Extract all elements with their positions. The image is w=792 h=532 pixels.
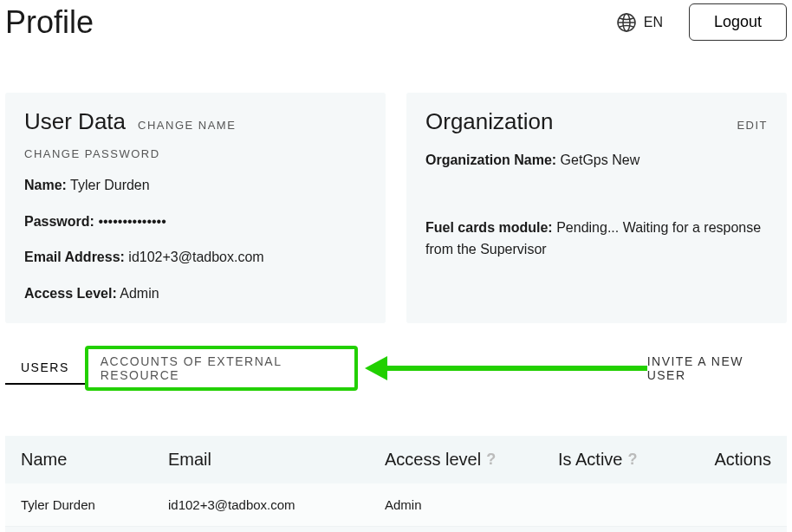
org-name-label: Organization Name:: [425, 152, 556, 167]
user-data-card: User Data CHANGE NAME CHANGE PASSWORD Na…: [5, 93, 386, 323]
logout-button[interactable]: Logout: [689, 3, 787, 41]
language-label: EN: [644, 15, 663, 30]
access-level-label: Access Level:: [24, 286, 117, 301]
edit-organization-link[interactable]: EDIT: [737, 119, 768, 132]
tab-accounts-external[interactable]: ACCOUNTS OF EXTERNAL RESOURCE: [85, 346, 358, 391]
organization-card: Organization EDIT Organization Name: Get…: [406, 93, 787, 323]
organization-title: Organization: [425, 108, 553, 135]
change-password-link[interactable]: CHANGE PASSWORD: [24, 147, 160, 160]
language-selector[interactable]: EN: [616, 12, 663, 33]
table-row: Tyler Durdenid102+3@tadbox.comAdmin: [5, 483, 787, 527]
name-value: Tyler Durden: [70, 178, 150, 192]
name-label: Name:: [24, 178, 67, 192]
invite-new-user-link[interactable]: INVITE A NEW USER: [647, 354, 787, 382]
users-table: Name Email Access level ? Is Active ? Ac…: [5, 436, 787, 532]
cell-name: Tyler Durden: [21, 497, 168, 512]
col-active: Is Active ?: [558, 450, 688, 470]
col-access: Access level ?: [385, 450, 558, 470]
globe-icon: [616, 12, 637, 33]
table-row: Robert Paulsonmcsterka+3@gmail.comUser: [5, 527, 787, 532]
user-data-title: User Data: [24, 108, 126, 135]
cell-access: Admin: [385, 497, 558, 512]
col-name: Name: [21, 450, 168, 470]
page-title: Profile: [5, 4, 94, 41]
access-level-value: Admin: [120, 286, 159, 301]
cell-email: id102+3@tadbox.com: [168, 497, 385, 512]
col-email: Email: [168, 450, 385, 470]
col-actions: Actions: [714, 450, 771, 470]
org-name-value: GetGps New: [561, 152, 640, 167]
help-icon[interactable]: ?: [486, 451, 496, 469]
email-label: Email Address:: [24, 250, 125, 264]
annotation-arrow: [365, 356, 647, 380]
email-value: id102+3@tadbox.com: [128, 250, 263, 264]
tab-users[interactable]: USERS: [5, 352, 85, 385]
help-icon[interactable]: ?: [627, 451, 637, 469]
change-name-link[interactable]: CHANGE NAME: [138, 119, 236, 132]
password-label: Password:: [24, 214, 94, 229]
fuel-label: Fuel cards module:: [425, 220, 553, 235]
password-value: ••••••••••••••: [98, 214, 166, 229]
